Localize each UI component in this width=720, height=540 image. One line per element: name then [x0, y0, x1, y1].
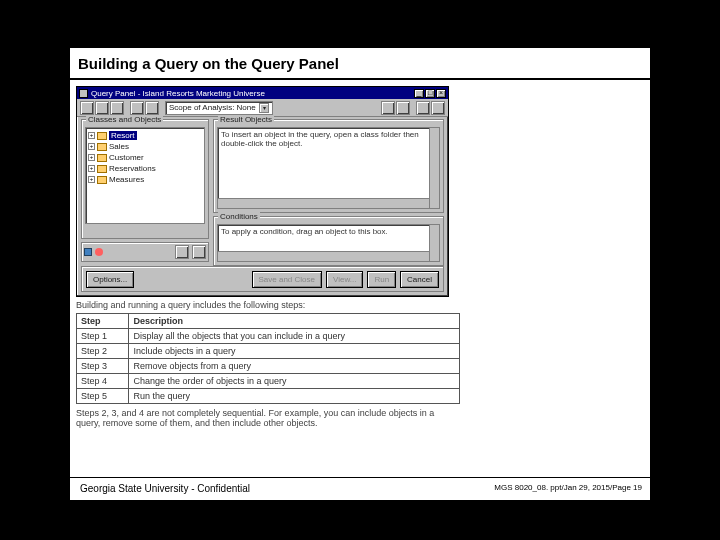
tree-label[interactable]: Reservations: [109, 164, 156, 173]
divider-top: [70, 78, 650, 80]
tree-label[interactable]: Sales: [109, 142, 129, 151]
desc-cell: Remove objects from a query: [129, 359, 460, 374]
query-panel-window: Query Panel - Island Resorts Marketing U…: [76, 86, 449, 297]
toolstrip-button[interactable]: [192, 245, 206, 259]
sphere-icon[interactable]: [95, 248, 103, 256]
conditions-help-text: To apply a condition, drag an object to …: [221, 227, 388, 236]
folder-icon: [97, 132, 107, 140]
window-title: Query Panel - Island Resorts Marketing U…: [91, 89, 265, 98]
expand-icon[interactable]: +: [88, 165, 95, 172]
toolbar-button[interactable]: [80, 101, 94, 115]
slide-title: Building a Query on the Query Panel: [78, 55, 339, 72]
expand-icon[interactable]: +: [88, 143, 95, 150]
close-button[interactable]: ×: [436, 89, 446, 98]
result-objects-box[interactable]: To insert an object in the query, open a…: [217, 127, 440, 209]
save-close-button[interactable]: Save and Close: [252, 271, 322, 288]
table-row: Step 5Run the query: [77, 389, 460, 404]
folder-icon: [97, 176, 107, 184]
window-titlebar[interactable]: Query Panel - Island Resorts Marketing U…: [77, 87, 448, 99]
step-cell: Step 1: [77, 329, 129, 344]
toolbar-button[interactable]: [145, 101, 159, 115]
minimize-button[interactable]: _: [414, 89, 424, 98]
toolbar-button[interactable]: [95, 101, 109, 115]
toolstrip-button[interactable]: [175, 245, 189, 259]
step-cell: Step 4: [77, 374, 129, 389]
cube-icon[interactable]: [84, 248, 92, 256]
toolbar-button[interactable]: [381, 101, 395, 115]
slide: Building a Query on the Query Panel Quer…: [70, 48, 650, 500]
table-row: Step 2Include objects in a query: [77, 344, 460, 359]
expand-icon[interactable]: +: [88, 132, 95, 139]
result-help-text: To insert an object in the query, open a…: [221, 130, 419, 148]
button-row: Options... Save and Close View... Run Ca…: [81, 266, 444, 292]
folder-icon: [97, 143, 107, 151]
chevron-down-icon: ▾: [259, 103, 269, 113]
desc-cell: Change the order of objects in a query: [129, 374, 460, 389]
run-button[interactable]: Run: [367, 271, 396, 288]
tree-item: +Resort: [88, 130, 202, 141]
lower-content: Building and running a query includes th…: [76, 300, 460, 428]
app-icon: [79, 89, 88, 98]
result-group-label: Result Objects: [218, 115, 274, 124]
scrollbar-vertical[interactable]: [429, 225, 439, 261]
view-button[interactable]: View...: [326, 271, 363, 288]
folder-icon: [97, 165, 107, 173]
table-row: Step 3Remove objects from a query: [77, 359, 460, 374]
conditions-group-label: Conditions: [218, 212, 260, 221]
toolbar-button[interactable]: [431, 101, 445, 115]
th-desc: Description: [129, 314, 460, 329]
tree-label[interactable]: Customer: [109, 153, 144, 162]
toolbar-button[interactable]: [396, 101, 410, 115]
expand-icon[interactable]: +: [88, 154, 95, 161]
step-cell: Step 3: [77, 359, 129, 374]
left-toolstrip: [81, 242, 209, 262]
desc-cell: Display all the objects that you can inc…: [129, 329, 460, 344]
folder-icon: [97, 154, 107, 162]
desc-cell: Run the query: [129, 389, 460, 404]
tree-item: +Customer: [88, 152, 202, 163]
options-button[interactable]: Options...: [86, 271, 134, 288]
footer-left: Georgia State University - Confidential: [80, 483, 250, 494]
scope-label: Scope of Analysis: None: [169, 103, 256, 112]
conditions-box[interactable]: To apply a condition, drag an object to …: [217, 224, 440, 262]
desc-cell: Include objects in a query: [129, 344, 460, 359]
footer-right: MGS 8020_08. ppt/Jan 29, 2015/Page 19: [494, 483, 642, 492]
toolbar-button[interactable]: [110, 101, 124, 115]
tree-item: +Sales: [88, 141, 202, 152]
tree-item: +Reservations: [88, 163, 202, 174]
table-row: Step 4Change the order of objects in a q…: [77, 374, 460, 389]
divider-bottom: [70, 477, 650, 478]
tree-label[interactable]: Measures: [109, 175, 144, 184]
cancel-button[interactable]: Cancel: [400, 271, 439, 288]
toolbar-button[interactable]: [416, 101, 430, 115]
classes-group-label: Classes and Objects: [86, 115, 163, 124]
scope-dropdown[interactable]: Scope of Analysis: None ▾: [165, 101, 273, 115]
steps-note: Steps 2, 3, and 4 are not completely seq…: [76, 408, 460, 428]
classes-tree[interactable]: +Resort +Sales +Customer +Reservations +…: [85, 127, 205, 224]
step-cell: Step 5: [77, 389, 129, 404]
steps-table: Step Description Step 1Display all the o…: [76, 313, 460, 404]
table-row: Step 1Display all the objects that you c…: [77, 329, 460, 344]
tree-item: +Measures: [88, 174, 202, 185]
scrollbar-vertical[interactable]: [429, 128, 439, 208]
expand-icon[interactable]: +: [88, 176, 95, 183]
scrollbar-horizontal[interactable]: [218, 251, 429, 261]
tree-label[interactable]: Resort: [109, 131, 137, 140]
maximize-button[interactable]: □: [425, 89, 435, 98]
scrollbar-horizontal[interactable]: [218, 198, 429, 208]
steps-caption: Building and running a query includes th…: [76, 300, 460, 310]
toolbar-button[interactable]: [130, 101, 144, 115]
step-cell: Step 2: [77, 344, 129, 359]
th-step: Step: [77, 314, 129, 329]
